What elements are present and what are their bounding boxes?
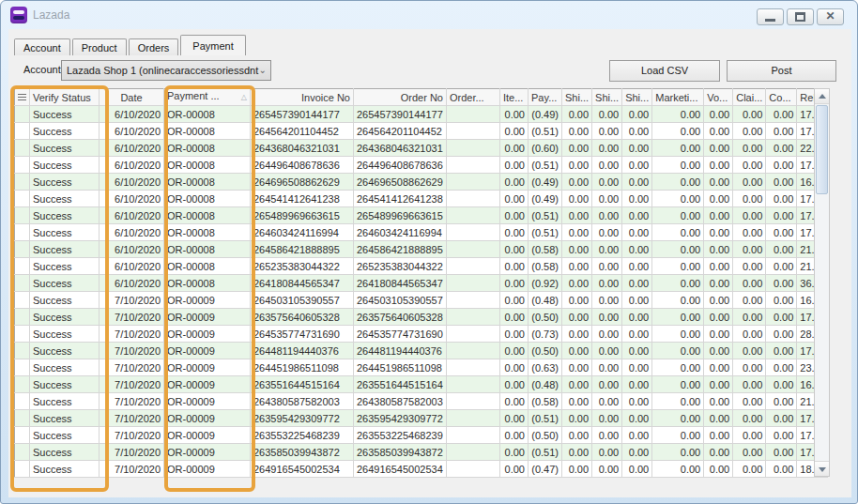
cell-clai[interactable]: 0.00	[733, 174, 766, 191]
cell-shi3[interactable]: 0.00	[622, 393, 652, 410]
cell-invoice[interactable]: 264564201104452	[251, 123, 354, 140]
cell-verify[interactable]: Success	[30, 461, 100, 478]
cell-verify[interactable]: Success	[30, 444, 100, 461]
cell-shi2[interactable]: 0.00	[592, 410, 622, 427]
cell-invoice[interactable]: 263585039943872	[251, 444, 354, 461]
cell-verify[interactable]: Success	[30, 207, 100, 224]
cell-invoice[interactable]: 264586421888895	[251, 241, 354, 258]
cell-ite[interactable]: 0.00	[500, 427, 529, 444]
cell-verify[interactable]: Success	[30, 191, 100, 207]
cell-date[interactable]: 6/10/2020	[100, 224, 164, 241]
cell-invoice[interactable]: 265457390144177	[251, 106, 354, 123]
table-row[interactable]: Success6/10/2020OR-000082645414126412382…	[15, 191, 828, 207]
cell-co[interactable]: 0.00	[766, 224, 797, 241]
cell-co[interactable]: 0.00	[766, 123, 797, 140]
cell-order[interactable]: 265457390144177	[354, 106, 447, 123]
cell-order2[interactable]	[447, 444, 500, 461]
cell-pay[interactable]: (0.51)	[529, 157, 562, 174]
cell-shi3[interactable]: 0.00	[622, 292, 652, 309]
cell-verify[interactable]: Success	[30, 292, 100, 309]
cell-order[interactable]: 264696508862629	[354, 174, 447, 191]
cell-clai[interactable]: 0.00	[733, 359, 766, 376]
load-csv-button[interactable]: Load CSV	[609, 60, 720, 82]
cell-marketi[interactable]: 0.00	[652, 427, 704, 444]
cell-shi1[interactable]: 0.00	[562, 427, 592, 444]
cell-vo[interactable]: 0.00	[704, 461, 733, 478]
cell-clai[interactable]: 0.00	[733, 309, 766, 326]
table-row[interactable]: Success6/10/2020OR-000082646034241169942…	[15, 224, 828, 241]
cell-co[interactable]: 0.00	[766, 444, 797, 461]
cell-shi2[interactable]: 0.00	[592, 207, 622, 224]
column-header-marketi[interactable]: Marketi...	[652, 89, 704, 106]
table-row[interactable]: Success7/10/2020OR-000092635532254682392…	[15, 427, 828, 444]
cell-shi2[interactable]: 0.00	[592, 343, 622, 359]
cell-order[interactable]: 263595429309772	[354, 410, 447, 427]
cell-marketi[interactable]: 0.00	[652, 326, 704, 343]
cell-order2[interactable]	[447, 275, 500, 292]
cell-shi3[interactable]: 0.00	[622, 241, 652, 258]
cell-order[interactable]: 264180844565347	[354, 275, 447, 292]
cell-order2[interactable]	[447, 140, 500, 157]
cell-pay[interactable]: (0.49)	[529, 191, 562, 207]
table-row[interactable]: Success7/10/2020OR-000092645031053905572…	[15, 292, 828, 309]
cell-shi3[interactable]: 0.00	[622, 157, 652, 174]
cell-ite[interactable]: 0.00	[500, 461, 529, 478]
cell-invoice[interactable]: 264496408678636	[251, 157, 354, 174]
cell-vo[interactable]: 0.00	[704, 191, 733, 207]
cell-verify[interactable]: Success	[30, 275, 100, 292]
table-row[interactable]: Success7/10/2020OR-000092635954293097722…	[15, 410, 828, 427]
cell-clai[interactable]: 0.00	[733, 343, 766, 359]
cell-vo[interactable]: 0.00	[704, 427, 733, 444]
cell-order[interactable]: 264380587582003	[354, 393, 447, 410]
cell-verify[interactable]: Success	[30, 106, 100, 123]
cell-shi1[interactable]: 0.00	[562, 444, 592, 461]
cell-verify[interactable]: Success	[30, 140, 100, 157]
cell-clai[interactable]: 0.00	[733, 393, 766, 410]
cell-payment[interactable]: OR-00009	[164, 444, 251, 461]
cell-order2[interactable]	[447, 123, 500, 140]
cell-order2[interactable]	[447, 241, 500, 258]
table-row[interactable]: Success7/10/2020OR-000092644519865110982…	[15, 359, 828, 376]
column-header-clai[interactable]: Clai...	[733, 89, 766, 106]
cell-invoice[interactable]: 264380587582003	[251, 393, 354, 410]
cell-shi2[interactable]: 0.00	[592, 427, 622, 444]
cell-order2[interactable]	[447, 410, 500, 427]
cell-date[interactable]: 6/10/2020	[100, 174, 164, 191]
cell-shi1[interactable]: 0.00	[562, 191, 592, 207]
cell-order2[interactable]	[447, 343, 500, 359]
cell-date[interactable]: 6/10/2020	[100, 258, 164, 275]
cell-order[interactable]: 264503105390557	[354, 292, 447, 309]
cell-marketi[interactable]: 0.00	[652, 106, 704, 123]
cell-order[interactable]: 263553225468239	[354, 427, 447, 444]
cell-verify[interactable]: Success	[30, 123, 100, 140]
cell-co[interactable]: 0.00	[766, 275, 797, 292]
cell-payment[interactable]: OR-00009	[164, 461, 251, 478]
cell-pay[interactable]: (0.92)	[529, 275, 562, 292]
cell-co[interactable]: 0.00	[766, 410, 797, 427]
cell-pay[interactable]: (0.51)	[529, 123, 562, 140]
maximize-button[interactable]	[787, 8, 814, 25]
cell-shi3[interactable]: 0.00	[622, 207, 652, 224]
cell-order2[interactable]	[447, 292, 500, 309]
cell-clai[interactable]: 0.00	[733, 461, 766, 478]
cell-ite[interactable]: 0.00	[500, 157, 529, 174]
cell-co[interactable]: 0.00	[766, 174, 797, 191]
cell-invoice[interactable]: 264916545002534	[251, 461, 354, 478]
cell-shi1[interactable]: 0.00	[562, 393, 592, 410]
cell-shi2[interactable]: 0.00	[592, 258, 622, 275]
cell-order2[interactable]	[447, 191, 500, 207]
cell-order[interactable]: 264481194440376	[354, 343, 447, 359]
cell-date[interactable]: 6/10/2020	[100, 106, 164, 123]
cell-order[interactable]: 263585039943872	[354, 444, 447, 461]
cell-pay[interactable]: (0.73)	[529, 326, 562, 343]
cell-order2[interactable]	[447, 174, 500, 191]
cell-invoice[interactable]: 264696508862629	[251, 174, 354, 191]
cell-co[interactable]: 0.00	[766, 326, 797, 343]
cell-date[interactable]: 6/10/2020	[100, 207, 164, 224]
cell-order2[interactable]	[447, 376, 500, 393]
cell-date[interactable]: 7/10/2020	[100, 376, 164, 393]
cell-verify[interactable]: Success	[30, 393, 100, 410]
cell-co[interactable]: 0.00	[766, 241, 797, 258]
cell-verify[interactable]: Success	[30, 309, 100, 326]
cell-vo[interactable]: 0.00	[704, 123, 733, 140]
